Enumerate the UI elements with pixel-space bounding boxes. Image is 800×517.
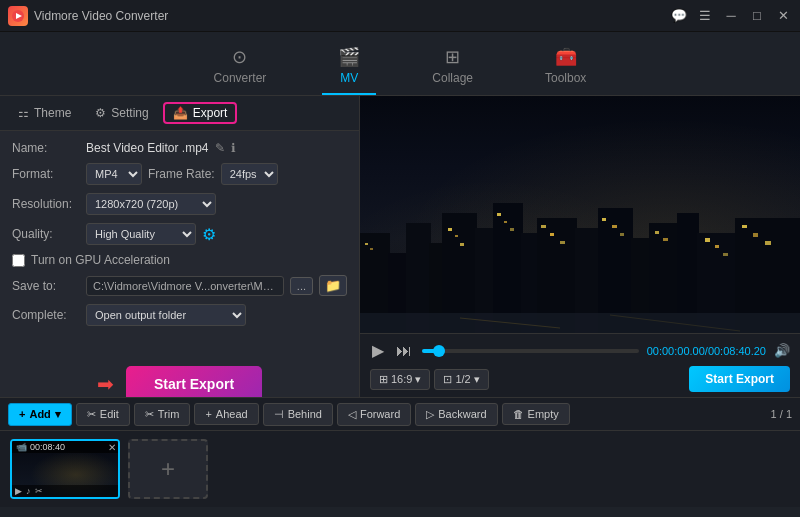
svg-rect-30: [612, 225, 617, 228]
resolution-select[interactable]: 1280x720 (720p) 1920x1080 (1080p) 3840x2…: [86, 193, 216, 215]
progress-thumb[interactable]: [433, 345, 445, 357]
right-panel: ▶ ⏭ 00:00:00.00/00:08:40.20 🔊 ⊞: [360, 96, 800, 397]
scale-button[interactable]: ⊡ 1/2 ▾: [434, 369, 488, 390]
empty-button[interactable]: 🗑 Empty: [502, 403, 570, 425]
left-panel: ⚏ Theme ⚙ Setting 📤 Export Name: Best Vi…: [0, 96, 360, 397]
converter-icon: ⊙: [232, 46, 247, 68]
sub-tab-bar: ⚏ Theme ⚙ Setting 📤 Export: [0, 96, 359, 131]
clip-controls-bar: ▶ ♪ ✂: [12, 485, 118, 497]
add-clip-button[interactable]: +: [128, 439, 208, 499]
backward-button[interactable]: ▷ Backward: [415, 403, 497, 426]
play-button[interactable]: ▶: [370, 339, 386, 362]
tab-toolbox[interactable]: 🧰 Toolbox: [529, 38, 602, 95]
gpu-acceleration-row: Turn on GPU Acceleration: [12, 253, 347, 267]
name-edit-icon[interactable]: ✎: [215, 141, 225, 155]
empty-label: Empty: [528, 408, 559, 420]
progress-track[interactable]: [422, 349, 639, 353]
app-icon: [8, 6, 28, 26]
quality-select[interactable]: High Quality Medium Quality Low Quality: [86, 223, 196, 245]
page-indicator: 1 / 1: [771, 408, 792, 420]
svg-rect-35: [715, 245, 719, 248]
tab-toolbox-label: Toolbox: [545, 71, 586, 85]
buildings-svg: [360, 173, 800, 333]
ahead-button[interactable]: + Ahead: [194, 403, 258, 425]
save-path-folder-button[interactable]: 📁: [319, 275, 347, 296]
messages-button[interactable]: 💬: [670, 7, 688, 25]
tab-collage[interactable]: ⊞ Collage: [416, 38, 489, 95]
gpu-acceleration-label: Turn on GPU Acceleration: [31, 253, 170, 267]
frame-rate-group: Frame Rate: 24fps 30fps 60fps: [148, 163, 278, 185]
save-to-label: Save to:: [12, 279, 80, 293]
trim-button[interactable]: ✂ Trim: [134, 403, 191, 426]
behind-icon: ⊣: [274, 408, 284, 421]
clip-audio-icon[interactable]: ♪: [26, 486, 31, 496]
svg-rect-31: [620, 233, 624, 236]
name-info-icon[interactable]: ℹ: [231, 141, 236, 155]
svg-rect-28: [560, 241, 565, 244]
clip-duration: 00:08:40: [30, 442, 65, 452]
clip-play-icon[interactable]: ▶: [15, 486, 22, 496]
frame-rate-select[interactable]: 24fps 30fps 60fps: [221, 163, 278, 185]
skip-button[interactable]: ⏭: [394, 340, 414, 362]
timeline-area: 📹 00:08:40 ✕ ▶ ♪ ✂ +: [0, 431, 800, 507]
scale-chevron: ▾: [474, 373, 480, 386]
aspect-ratio-button[interactable]: ⊞ 16:9 ▾: [370, 369, 430, 390]
title-bar: Vidmore Video Converter 💬 ☰ ─ □ ✕: [0, 0, 800, 32]
quality-gear-button[interactable]: ⚙: [202, 225, 216, 244]
sub-tab-setting[interactable]: ⚙ Setting: [85, 102, 158, 124]
sub-tab-export[interactable]: 📤 Export: [163, 102, 238, 124]
volume-icon[interactable]: 🔊: [774, 343, 790, 358]
add-button[interactable]: + Add ▾: [8, 403, 72, 426]
name-row: Name: Best Video Editor .mp4 ✎ ℹ: [12, 141, 347, 155]
trim-icon: ✂: [145, 408, 154, 421]
format-select[interactable]: MP4 AVI MOV MKV: [86, 163, 142, 185]
svg-rect-23: [497, 213, 501, 216]
svg-rect-29: [602, 218, 606, 221]
total-time: 00:08:40.20: [708, 345, 766, 357]
save-path-dots-button[interactable]: ...: [290, 277, 313, 295]
start-export-right-button[interactable]: Start Export: [689, 366, 790, 392]
toolbox-icon: 🧰: [555, 46, 577, 68]
svg-rect-34: [705, 238, 710, 242]
tab-bar: ⊙ Converter 🎬 MV ⊞ Collage 🧰 Toolbox: [0, 32, 800, 96]
forward-button[interactable]: ◁ Forward: [337, 403, 411, 426]
minimize-button[interactable]: ─: [722, 7, 740, 25]
tab-converter[interactable]: ⊙ Converter: [198, 38, 283, 95]
scale-icon: ⊡: [443, 373, 452, 386]
svg-rect-27: [550, 233, 554, 236]
clip-info-bar: 📹 00:08:40: [12, 441, 118, 453]
sub-tab-theme[interactable]: ⚏ Theme: [8, 102, 81, 124]
scale-value: 1/2: [455, 373, 470, 385]
edit-label: Edit: [100, 408, 119, 420]
clip-item: 📹 00:08:40 ✕ ▶ ♪ ✂: [10, 439, 120, 499]
menu-button[interactable]: ☰: [696, 7, 714, 25]
bottom-section: + Add ▾ ✂ Edit ✂ Trim + Ahead ⊣ Behind ◁…: [0, 397, 800, 507]
maximize-button[interactable]: □: [748, 7, 766, 25]
quality-row: Quality: High Quality Medium Quality Low…: [12, 223, 347, 245]
save-to-row: Save to: C:\Vidmore\Vidmore V...onverter…: [12, 275, 347, 296]
svg-rect-20: [448, 228, 452, 231]
quality-label: Quality:: [12, 227, 80, 241]
tab-mv-label: MV: [340, 71, 358, 85]
complete-select[interactable]: Open output folder Do nothing Shut down …: [86, 304, 246, 326]
tab-mv[interactable]: 🎬 MV: [322, 38, 376, 95]
aspect-ratio-group: ⊞ 16:9 ▾ ⊡ 1/2 ▾: [370, 369, 489, 390]
close-button[interactable]: ✕: [774, 7, 792, 25]
timeline-toolbar: + Add ▾ ✂ Edit ✂ Trim + Ahead ⊣ Behind ◁…: [0, 397, 800, 431]
frame-rate-label: Frame Rate:: [148, 167, 215, 181]
gpu-acceleration-checkbox[interactable]: [12, 254, 25, 267]
aspect-ratio-icon: ⊞: [379, 373, 388, 386]
clip-scissors-icon[interactable]: ✂: [35, 486, 43, 496]
add-icon: +: [19, 408, 25, 420]
app-title: Vidmore Video Converter: [34, 9, 168, 23]
aspect-ratio-chevron: ▾: [415, 373, 421, 386]
behind-button[interactable]: ⊣ Behind: [263, 403, 333, 426]
mv-icon: 🎬: [338, 46, 360, 68]
edit-button[interactable]: ✂ Edit: [76, 403, 130, 426]
complete-label: Complete:: [12, 308, 80, 322]
collage-icon: ⊞: [445, 46, 460, 68]
add-clip-icon: +: [161, 455, 175, 483]
ahead-icon: +: [205, 408, 211, 420]
clip-close-button[interactable]: ✕: [108, 442, 116, 453]
svg-rect-33: [663, 238, 668, 241]
